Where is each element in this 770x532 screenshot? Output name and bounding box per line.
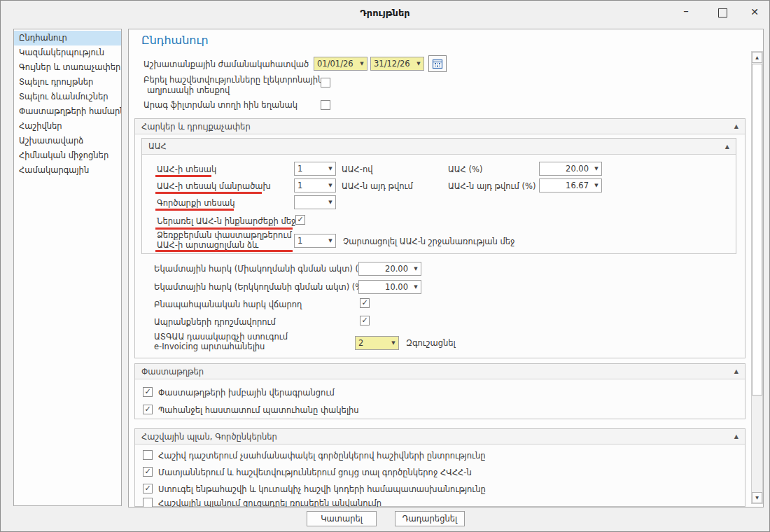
sidebar-item-print-settings[interactable]: Տպելու դրույթներ bbox=[14, 75, 121, 90]
sidebar-item-general[interactable]: Ընդհանուր bbox=[14, 31, 121, 46]
transaction-type-select[interactable]: ▼ bbox=[294, 195, 336, 209]
collapse-icon[interactable]: ▲ bbox=[725, 144, 729, 150]
sidebar-item-fixed-assets[interactable]: Հիմնական միջոցներ bbox=[14, 148, 121, 163]
income-tax-bilateral-value: 10.00 bbox=[359, 282, 411, 292]
sidebar-item-organization[interactable]: Կազմակերպություն bbox=[14, 46, 121, 60]
required-underline bbox=[155, 227, 293, 230]
electronic-reports-checkbox[interactable] bbox=[321, 78, 330, 88]
vat-included-percent-label: ԱԱՀ-ն այդ թվում (%) bbox=[448, 181, 536, 191]
vat-type-value: 1 bbox=[295, 164, 326, 174]
show-russian-name-label: Հաշվային պլանում ցուցադրել ռուսերեն անվա… bbox=[158, 498, 382, 507]
scroll-down-icon: ▼ bbox=[755, 495, 759, 500]
sidebar-item-system[interactable]: Համակարգային bbox=[14, 163, 121, 178]
vat-type-retail-label: ԱԱՀ-ի տեսակ մանրածախ bbox=[157, 181, 271, 191]
page-title: Ընդհանուր bbox=[141, 34, 209, 47]
atgaa-value: 2 bbox=[356, 338, 388, 348]
transaction-type-label: Գործարքի տեսակ bbox=[157, 198, 234, 208]
period-from-value: 01/01/26 bbox=[314, 59, 357, 69]
atgaa-select[interactable]: 2 ▼ bbox=[355, 336, 399, 350]
settings-nav: Ընդհանուր Կազմակերպություն Գույներ և տառ… bbox=[13, 29, 122, 506]
period-from-select[interactable]: 01/01/26 ▼ bbox=[314, 57, 368, 71]
atgaa-label-line2: e-Invoicing արտահանելիս bbox=[154, 342, 265, 351]
atgaa-label-line1: ԱՏԳԱԱ դասակարգչի ստուգում bbox=[154, 332, 288, 342]
check-icon: ✓ bbox=[144, 387, 150, 396]
vat-percent-label: ԱԱՀ (%) bbox=[448, 164, 482, 174]
sidebar-item-print-templates[interactable]: Տպելու ձևանմուշներ bbox=[14, 90, 121, 104]
vat-percent-select[interactable]: 20.00 ▼ bbox=[539, 162, 602, 176]
income-tax-unilateral-select[interactable]: 20.00 ▼ bbox=[358, 262, 421, 276]
electronic-reports-label-line1: Բերել հաշվետվությունները էլեկտրոնային bbox=[144, 75, 323, 85]
period-to-select[interactable]: 31/12/26 ▼ bbox=[370, 57, 424, 71]
maximize-icon bbox=[718, 8, 727, 18]
minimize-icon: – bbox=[683, 5, 689, 18]
vat-display-select[interactable]: 1 ▼ bbox=[294, 234, 336, 248]
vat-included-percent-select[interactable]: 16.67 ▼ bbox=[539, 178, 602, 192]
atgaa-suffix: Զգուշացնել bbox=[406, 338, 456, 348]
check-icon: ✓ bbox=[361, 316, 368, 325]
window-title: Դրույթներ bbox=[1, 8, 769, 18]
show-partner-hvhh-checkbox[interactable]: ✓ bbox=[143, 467, 153, 477]
close-button[interactable]: ✕ bbox=[744, 4, 765, 21]
taxes-group-title: Հարկեր և դրույքաչափեր bbox=[141, 122, 251, 132]
vertical-scrollbar[interactable]: ▲ ▼ bbox=[751, 51, 763, 504]
scrollbar-thumb[interactable] bbox=[752, 64, 762, 396]
documents-group-title: Փաստաթղթեր bbox=[141, 367, 204, 377]
include-vat-checkbox[interactable]: ✓ bbox=[295, 215, 305, 225]
check-code-match-checkbox[interactable]: ✓ bbox=[143, 484, 153, 493]
minimize-button[interactable]: – bbox=[676, 4, 696, 21]
maximize-button[interactable] bbox=[712, 4, 733, 21]
sidebar-item-accounts[interactable]: Հաշիվներ bbox=[14, 119, 121, 134]
required-underline bbox=[155, 209, 234, 211]
income-tax-unilateral-value: 20.00 bbox=[359, 264, 411, 274]
no-partner-limit-checkbox[interactable] bbox=[143, 450, 153, 460]
show-partner-hvhh-label: Մատյաններում և հաշվետվություններում ցույ… bbox=[158, 468, 472, 477]
product-marking-label: Ապրանքների դրոշմավորում bbox=[154, 317, 276, 327]
confirm-on-close-checkbox[interactable]: ✓ bbox=[143, 405, 153, 414]
collapse-icon[interactable]: ▲ bbox=[734, 368, 738, 374]
environmental-tax-checkbox[interactable]: ✓ bbox=[360, 298, 370, 308]
period-to-value: 31/12/26 bbox=[371, 59, 414, 69]
vat-type-suffix: ԱԱՀ-ով bbox=[342, 164, 373, 174]
general-settings-panel: Ընդհանուր Աշխատանքային ժամանակահատված 01… bbox=[128, 29, 764, 507]
vat-type-retail-select[interactable]: 1 ▼ bbox=[294, 178, 336, 192]
sidebar-item-colors-fonts[interactable]: Գույներ և տառաչափեր bbox=[14, 60, 121, 75]
collapse-icon[interactable]: ▲ bbox=[734, 123, 738, 130]
environmental-tax-label: Բնապահպանական հարկ վճարող bbox=[154, 300, 302, 309]
show-russian-name-checkbox[interactable] bbox=[143, 498, 153, 507]
vat-display-suffix: Չարտացոլել ԱԱՀ-ն շրջանառության մեջ bbox=[343, 237, 514, 246]
vat-included-percent-value: 16.67 bbox=[540, 181, 592, 190]
check-icon: ✓ bbox=[361, 298, 368, 307]
calendar-button[interactable] bbox=[428, 55, 447, 72]
check-icon: ✓ bbox=[144, 467, 150, 476]
check-icon: ✓ bbox=[144, 484, 150, 493]
batch-reregistration-checkbox[interactable]: ✓ bbox=[143, 387, 153, 397]
vat-type-retail-value: 1 bbox=[295, 181, 326, 190]
quick-filter-checkbox[interactable] bbox=[321, 100, 330, 110]
vat-group-title: ԱԱՀ bbox=[148, 141, 167, 151]
scroll-up-button[interactable]: ▲ bbox=[752, 52, 762, 63]
accounts-group-header: Հաշվային պլան, Գործընկերներ ▲ bbox=[135, 429, 745, 444]
chevron-down-icon: ▼ bbox=[326, 166, 335, 172]
check-icon: ✓ bbox=[144, 405, 150, 414]
chevron-down-icon: ▼ bbox=[326, 183, 335, 188]
chevron-down-icon: ▼ bbox=[414, 61, 424, 66]
cancel-button[interactable]: Դադարեցնել bbox=[395, 511, 465, 526]
scroll-down-button[interactable]: ▼ bbox=[752, 492, 762, 503]
period-label: Աշխատանքային ժամանակահատված bbox=[144, 59, 309, 69]
ok-button[interactable]: Կատարել bbox=[307, 511, 377, 526]
required-underline bbox=[155, 175, 211, 177]
income-tax-bilateral-label: Եկամտային հարկ (Երկկողմանի գնման ակտ) (%… bbox=[154, 282, 366, 292]
quick-filter-label: Արագ ֆիլտրման տողի հին եղանակ bbox=[144, 100, 298, 110]
confirm-on-close-label: Պահանջել հաստատում պատուհանը փակելիս bbox=[158, 405, 359, 415]
sidebar-item-document-numbers[interactable]: Փաստաթղթերի համարներ bbox=[14, 104, 121, 119]
income-tax-bilateral-select[interactable]: 10.00 ▼ bbox=[358, 280, 421, 294]
vat-type-label: ԱԱՀ-ի տեսակ bbox=[157, 164, 216, 174]
vat-type-select[interactable]: 1 ▼ bbox=[294, 162, 336, 176]
collapse-icon[interactable]: ▲ bbox=[734, 433, 738, 440]
vat-display-label-line2: ԱԱՀ-ի արտացոլման ձև bbox=[157, 240, 258, 250]
no-partner-limit-label: Հաշիվ դաշտերում չսահմանափակել գործընկերո… bbox=[158, 451, 486, 461]
batch-reregistration-label: Փաստաթղթերի խմբային վերագրանցում bbox=[158, 388, 335, 398]
chevron-down-icon: ▼ bbox=[326, 238, 335, 244]
product-marking-checkbox[interactable]: ✓ bbox=[360, 316, 370, 326]
sidebar-item-salary[interactable]: Աշխատավարձ bbox=[14, 134, 121, 148]
